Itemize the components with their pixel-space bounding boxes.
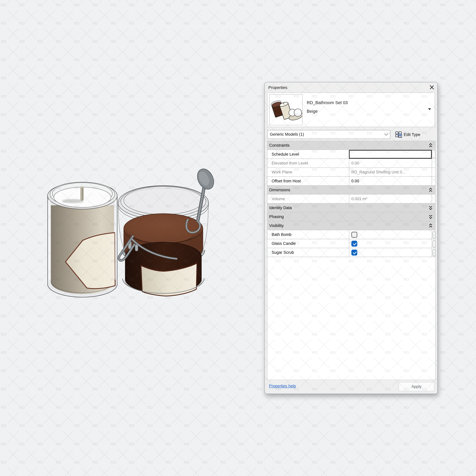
prop-label: Glass Candle [272,239,346,248]
expand-down-icon[interactable] [429,205,433,210]
type-dropdown-arrow-icon[interactable] [428,108,431,110]
section-identity-data[interactable]: Identity Data [268,204,435,212]
prop-label: Work Plane [272,168,346,176]
panel-titlebar[interactable]: Properties [265,82,437,93]
sugar-scrub-checkbox[interactable] [351,250,357,255]
section-dimensions[interactable]: Dimensions [268,186,435,195]
prop-value: 0.001 m³ [349,195,432,203]
collapse-up-icon[interactable] [429,223,433,228]
family-name: RD_Bathroom Set 03 [307,100,348,105]
collapse-up-icon[interactable] [429,187,433,192]
bathroom-set-3d-model [42,161,214,309]
screenshot-root: Properties [0,0,476,476]
section-label: Phasing [269,212,284,221]
expand-down-icon[interactable] [429,214,433,219]
collapse-up-icon[interactable] [429,143,433,148]
properties-help-link[interactable]: Properties help [269,384,296,388]
associate-param-button[interactable] [432,230,436,239]
type-name: Beige [307,109,318,114]
prop-row-schedule-level[interactable]: Schedule Level [268,150,435,159]
associate-param-button[interactable] [432,239,436,248]
prop-label: Bath Bomb [272,230,346,239]
apply-button[interactable]: Apply [399,382,434,391]
section-visibility[interactable]: Visibility [268,221,435,230]
section-label: Identity Data [269,204,292,212]
prop-row-bath-bomb[interactable]: Bath Bomb [268,230,435,239]
section-label: Constraints [269,141,290,150]
prop-label: Sugar Scrub [272,248,346,257]
prop-value [349,239,432,248]
type-thumbnail-image [270,95,302,125]
prop-row-glass-candle[interactable]: Glass Candle [268,239,435,248]
prop-row-sugar-scrub[interactable]: Sugar Scrub [268,248,435,257]
section-label: Visibility [269,221,284,230]
associate-param-cell [432,168,436,176]
associate-param-cell[interactable] [432,150,436,159]
section-label: Dimensions [269,186,290,195]
category-filter-combobox[interactable]: Generic Models (1) [267,130,390,139]
prop-row-offset-from-host[interactable]: Offset from Host 0.00 [268,177,435,186]
candle-wick [81,187,83,201]
prop-value: 0.00 [349,159,432,168]
bath-bomb-checkbox[interactable] [351,232,357,238]
prop-label: Elevation from Level [272,159,346,168]
prop-row-elevation-from-level: Elevation from Level 0.00 [268,159,435,168]
edit-type-label: Edit Type [404,132,420,137]
associate-param-cell [432,159,436,168]
offset-from-host-input[interactable]: 0.00 [349,177,432,185]
section-phasing[interactable]: Phasing [268,212,435,221]
prop-value: RD_Ragrund Shelfing Unit 0... [349,168,432,176]
edit-type-button[interactable]: Edit Type [393,129,437,139]
panel-title: Properties [268,82,287,93]
edit-type-icon [395,131,402,138]
type-selector[interactable]: RD_Bathroom Set 03 Beige [267,93,435,127]
properties-grid: Constraints Schedule Level Elevation fro… [267,141,436,380]
prop-value [349,230,432,239]
associate-param-cell [432,195,436,203]
section-constraints[interactable]: Constraints [268,141,435,150]
chevron-down-icon [384,133,388,136]
category-filter-value: Generic Models (1) [270,130,304,139]
prop-value [349,248,432,257]
prop-label: Schedule Level [272,150,346,159]
prop-row-work-plane: Work Plane RD_Ragrund Shelfing Unit 0... [268,168,435,177]
prop-row-volume: Volume 0.001 m³ [268,195,435,204]
glass-candle-checkbox[interactable] [351,241,357,247]
schedule-level-input[interactable] [349,150,432,159]
associate-param-button[interactable] [432,248,436,257]
prop-label: Offset from Host [272,177,346,185]
type-thumbnail [269,94,303,125]
glass-candle [48,182,117,297]
prop-label: Volume [272,195,346,203]
panel-footer: Properties help Apply [265,380,437,394]
sugar-scrub-jar [118,166,214,296]
associate-param-cell[interactable] [432,177,436,185]
properties-palette: Properties [264,82,438,394]
close-icon[interactable] [430,85,434,89]
